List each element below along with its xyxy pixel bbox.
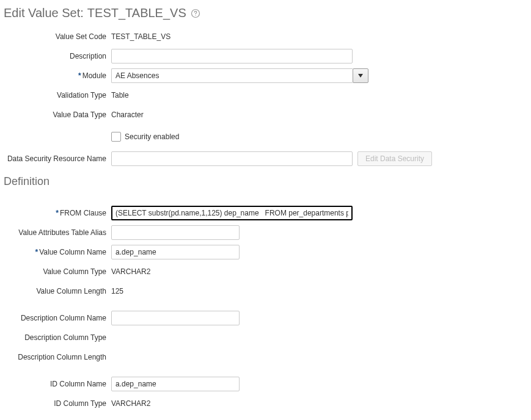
svg-marker-2 xyxy=(358,74,363,78)
value-data-type-value: Character xyxy=(111,109,144,120)
help-icon[interactable] xyxy=(190,8,201,19)
value-set-code-label: Value Set Code xyxy=(0,32,111,41)
page-title-prefix: Edit Value Set: xyxy=(4,6,84,20)
description-column-name-input[interactable] xyxy=(111,311,240,325)
value-column-name-input[interactable] xyxy=(111,245,240,259)
value-attr-table-alias-input[interactable] xyxy=(111,225,240,240)
module-select-button[interactable] xyxy=(353,68,368,83)
page-title-name: TEST_TABLE_VS xyxy=(87,6,186,20)
description-column-name-label: Description Column Name xyxy=(0,314,111,322)
id-column-length-value: 125 xyxy=(111,418,123,420)
description-column-length-label: Description Column Length xyxy=(0,353,111,361)
security-enabled-checkbox[interactable] xyxy=(111,132,121,142)
module-label: *Module xyxy=(0,71,111,80)
value-column-name-label: *Value Column Name xyxy=(0,248,111,256)
data-security-resource-name-label: Data Security Resource Name xyxy=(0,154,111,163)
description-input[interactable] xyxy=(111,49,353,63)
id-column-name-input[interactable] xyxy=(111,377,240,391)
module-select-value[interactable]: AE Absences xyxy=(111,68,353,83)
from-clause-label: *FROM Clause xyxy=(0,209,111,217)
value-column-length-label: Value Column Length xyxy=(0,287,111,295)
module-label-text: Module xyxy=(82,71,106,80)
from-clause-label-text: FROM Clause xyxy=(60,209,106,217)
value-column-type-label: Value Column Type xyxy=(0,267,111,276)
description-column-type-label: Description Column Type xyxy=(0,333,111,342)
id-column-name-label: ID Column Name xyxy=(0,380,111,388)
value-data-type-label: Value Data Type xyxy=(0,110,111,119)
edit-data-security-button[interactable]: Edit Data Security xyxy=(357,151,432,166)
page-title: Edit Value Set: TEST_TABLE_VS xyxy=(0,2,531,26)
security-enabled-label: Security enabled xyxy=(125,132,179,141)
from-clause-input[interactable] xyxy=(111,206,353,220)
id-column-type-value: VARCHAR2 xyxy=(111,398,150,409)
data-security-resource-name-input[interactable] xyxy=(111,151,353,166)
value-attr-table-alias-label: Value Attributes Table Alias xyxy=(0,228,111,237)
svg-point-1 xyxy=(195,15,196,16)
description-label: Description xyxy=(0,52,111,60)
module-select[interactable]: AE Absences xyxy=(111,68,368,83)
value-set-code-value: TEST_TABLE_VS xyxy=(111,31,170,42)
validation-type-value: Table xyxy=(111,90,129,101)
definition-section-title: Definition xyxy=(0,169,531,192)
value-column-type-value: VARCHAR2 xyxy=(111,266,150,277)
value-column-length-value: 125 xyxy=(111,286,123,297)
value-column-name-label-text: Value Column Name xyxy=(39,248,106,256)
validation-type-label: Validation Type xyxy=(0,91,111,100)
id-column-type-label: ID Column Type xyxy=(0,399,111,408)
